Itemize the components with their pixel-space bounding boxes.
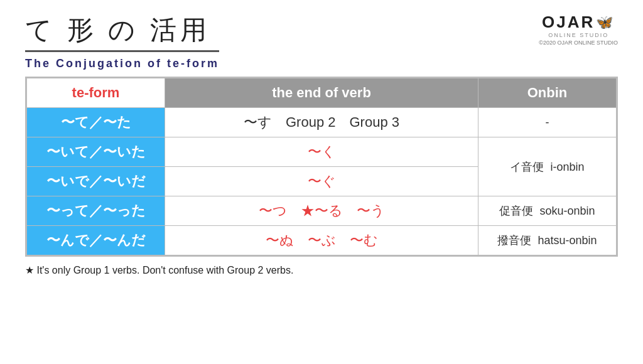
logo-tagline: ONLINE STUDIO [548,32,608,38]
butterfly-icon: 🦋 [596,14,615,31]
footer-note: ★ It's only Group 1 verbs. Don't confuse… [25,264,618,276]
end-cell: 〜ぬ 〜ぶ 〜む [165,226,478,255]
header-end-of-verb: the end of verb [165,78,478,108]
header: て 形 の 活用 The Conjugation of te-form OJAR… [25,13,618,70]
title-block: て 形 の 活用 The Conjugation of te-form [25,13,219,70]
conjugation-table: te-form the end of verb Onbin 〜て／〜た 〜す G… [26,78,617,255]
table-row: 〜いて／〜いた 〜く イ音便 i-onbin [27,137,617,167]
ionbin-cell: イ音便 i-onbin [478,137,617,196]
conjugation-table-wrap: te-form the end of verb Onbin 〜て／〜た 〜す G… [25,77,618,257]
teform-cell: 〜って／〜った [27,196,165,226]
main-title: て 形 の 活用 [25,13,219,52]
table-header-row: te-form the end of verb Onbin [27,78,617,108]
end-cell: 〜ぐ [165,167,478,196]
header-onbin: Onbin [478,78,617,108]
onbin-cell: - [478,108,617,137]
teform-cell: 〜んで／〜んだ [27,226,165,255]
header-teform: te-form [27,78,165,108]
logo-text: OJAR [542,13,595,32]
end-cell: 〜す Group 2 Group 3 [165,108,478,137]
logo-name: OJAR 🦋 [542,13,615,32]
table-row: 〜って／〜った 〜つ ★〜る 〜う 促音便 soku-onbin [27,196,617,226]
table-row: 〜て／〜た 〜す Group 2 Group 3 - [27,108,617,137]
logo-block: OJAR 🦋 ONLINE STUDIO ©2020 OJAR ONLINE S… [539,13,618,46]
subtitle: The Conjugation of te-form [25,57,219,70]
end-cell: 〜つ ★〜る 〜う [165,196,478,226]
copyright: ©2020 OJAR ONLINE STUDIO [539,40,618,46]
onbin-cell: 促音便 soku-onbin [478,196,617,226]
onbin-cell: 撥音便 hatsu-onbin [478,226,617,255]
end-cell: 〜く [165,137,478,167]
teform-cell: 〜て／〜た [27,108,165,137]
teform-cell: 〜いで／〜いだ [27,167,165,196]
table-row: 〜んで／〜んだ 〜ぬ 〜ぶ 〜む 撥音便 hatsu-onbin [27,226,617,255]
page: て 形 の 活用 The Conjugation of te-form OJAR… [0,0,643,364]
teform-cell: 〜いて／〜いた [27,137,165,167]
